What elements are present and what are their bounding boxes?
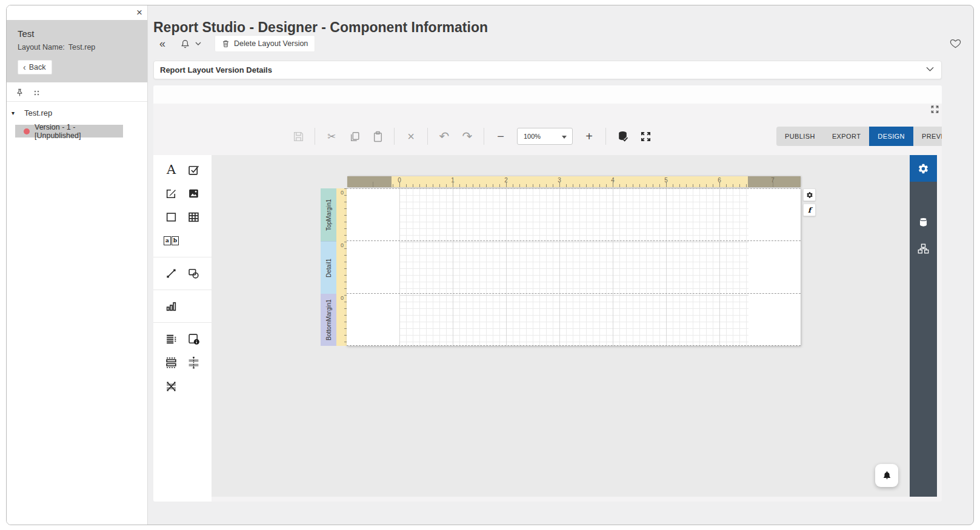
function-icon: f: [808, 206, 811, 214]
palette-field-tool[interactable]: ab: [164, 233, 179, 248]
divider: [427, 128, 428, 145]
divider: [605, 128, 606, 145]
undo-icon[interactable]: ↶: [438, 130, 451, 143]
zoom-out-icon[interactable]: −: [494, 130, 507, 143]
palette-page-info-tool[interactable]: [187, 331, 201, 346]
copy-icon[interactable]: [348, 130, 361, 143]
canvas-settings-button[interactable]: [803, 188, 816, 201]
band-label-bottommargin[interactable]: BottomMargin1: [321, 294, 336, 346]
rail-data-tab[interactable]: [910, 208, 937, 235]
band-labels-column: TopMargin1 Detail1 BottomMargin1: [321, 188, 336, 346]
tree-item-label: Version - 1 - [Unpublished]: [35, 123, 123, 140]
chevron-left-icon: ‹: [23, 63, 26, 71]
mode-export[interactable]: EXPORT: [824, 127, 869, 146]
caret-down-icon: [562, 136, 567, 139]
divider: [153, 322, 212, 323]
divider: [484, 128, 484, 145]
tree-root-label: Test.rep: [24, 108, 52, 118]
mode-preview[interactable]: PREVIEW: [913, 127, 942, 146]
page-title: Report Studio - Designer - Component Inf…: [153, 19, 488, 36]
palette-band-tool[interactable]: [164, 355, 179, 369]
gear-icon: [918, 163, 929, 174]
ruler-number: 5: [660, 177, 672, 184]
ab-cells-icon: ab: [164, 236, 179, 245]
save-icon[interactable]: [292, 130, 305, 143]
band-boundary[interactable]: [347, 293, 801, 294]
palette-list-tool[interactable]: [164, 331, 179, 346]
vruler-zero: 0: [338, 190, 344, 196]
palette-chart-tool[interactable]: [164, 299, 179, 313]
tool-palette: A: [153, 155, 212, 502]
canvas-zone: 0 1 2 3 4 5 6 7 TopMargin1 Detail1 Botto…: [212, 155, 910, 497]
palette-image-tool[interactable]: [187, 186, 201, 200]
canvas-function-button[interactable]: f: [803, 204, 816, 216]
back-button-label: Back: [29, 63, 46, 71]
mode-design[interactable]: DESIGN: [869, 127, 913, 146]
divider: [394, 128, 395, 145]
rail-functions-tab[interactable]: [910, 182, 937, 208]
palette-rectangle-tool[interactable]: [164, 210, 179, 224]
palette-band-spacing-tool[interactable]: [187, 355, 201, 369]
left-panel: × Test Layout Name:Test.rep ‹ Back ▾ Tes…: [7, 5, 148, 525]
palette-line-tool[interactable]: [164, 266, 179, 280]
band-boundary[interactable]: [347, 240, 801, 241]
app-window: × Test Layout Name:Test.rep ‹ Back ▾ Tes…: [6, 5, 974, 525]
divider: [153, 290, 212, 290]
close-icon[interactable]: ×: [136, 7, 142, 19]
redo-icon[interactable]: ↷: [461, 130, 474, 143]
status-dot-icon: [24, 128, 30, 134]
org-chart-icon: [918, 243, 929, 254]
band-boundary: [347, 188, 801, 189]
delete-element-icon[interactable]: ×: [404, 130, 418, 143]
ruler-number: 0: [393, 177, 405, 184]
band-boundary[interactable]: [347, 345, 801, 346]
palette-shapes-tool[interactable]: [187, 266, 201, 280]
expand-arrows-icon[interactable]: [930, 105, 939, 114]
palette-band-resize-tool[interactable]: [164, 379, 179, 393]
panel-title: Test: [18, 28, 35, 39]
paste-icon[interactable]: [371, 130, 384, 143]
zoom-level-select[interactable]: 100%: [517, 128, 573, 145]
tree-item-version[interactable]: Version - 1 - [Unpublished]: [15, 125, 123, 137]
ruler-left-margin: [347, 176, 392, 187]
delete-layout-version-button[interactable]: Delete Layout Version: [215, 35, 315, 52]
collapse-double-chevron-icon[interactable]: «: [159, 38, 165, 50]
tree-root-row[interactable]: ▾ Test.rep: [10, 108, 52, 118]
pin-icon[interactable]: [15, 88, 24, 98]
zoom-level-value: 100%: [524, 133, 541, 140]
rail-hierarchy-tab[interactable]: [910, 235, 937, 262]
back-button[interactable]: ‹ Back: [18, 60, 52, 75]
tree-caret-icon[interactable]: ▾: [12, 110, 15, 116]
ruler-number: 1: [447, 177, 459, 184]
fullscreen-expand-icon[interactable]: [639, 130, 652, 143]
divider: [153, 257, 212, 257]
band-label-topmargin[interactable]: TopMargin1: [321, 188, 336, 241]
bell-icon: [882, 470, 892, 481]
letter-a-icon: A: [167, 164, 176, 176]
ruler-number: 3: [553, 177, 565, 184]
chevron-down-icon[interactable]: [926, 67, 934, 72]
left-panel-header: Test Layout Name:Test.rep ‹ Back: [7, 20, 147, 82]
vruler-zero: 0: [338, 295, 344, 301]
bell-icon[interactable]: [180, 39, 190, 49]
mode-publish[interactable]: PUBLISH: [776, 127, 824, 146]
palette-table-tool[interactable]: [187, 210, 201, 224]
divider: [7, 101, 147, 102]
report-page-canvas[interactable]: [347, 188, 801, 346]
dots-grid-icon[interactable]: [33, 89, 41, 97]
palette-text-tool[interactable]: A: [164, 162, 179, 177]
palette-checkbox-tool[interactable]: [187, 162, 201, 177]
validate-database-check-icon[interactable]: [616, 130, 629, 143]
favorite-heart-icon[interactable]: [950, 38, 961, 48]
divider: [315, 128, 315, 145]
zoom-in-icon[interactable]: +: [582, 130, 596, 143]
rail-settings-tab[interactable]: [910, 155, 937, 182]
vertical-ruler: 0 0 0: [336, 188, 347, 346]
cut-icon[interactable]: ✂: [325, 130, 338, 143]
database-icon: [918, 216, 929, 228]
palette-textinput-tool[interactable]: [164, 186, 179, 200]
notifications-button[interactable]: [875, 464, 898, 487]
band-label-detail[interactable]: Detail1: [321, 241, 336, 294]
report-layout-version-details-bar[interactable]: Report Layout Version Details: [153, 61, 942, 79]
chevron-down-icon[interactable]: [195, 42, 201, 46]
